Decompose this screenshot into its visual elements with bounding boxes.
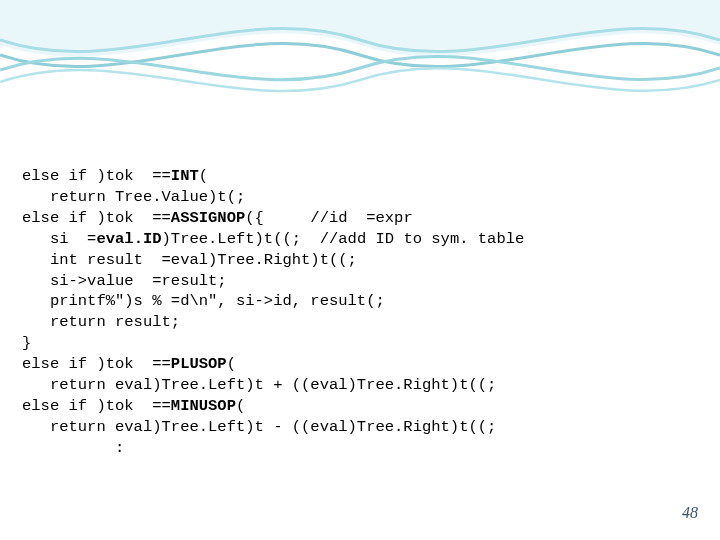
code-line: else if )tok ==ASSIGNOP({ //id =expr <box>22 209 413 227</box>
code-line: si->value =result; <box>22 272 227 290</box>
code-line: return eval)Tree.Left)t + ((eval)Tree.Ri… <box>22 376 496 394</box>
code-block: else if )tok ==INT( return Tree.Value)t(… <box>22 145 524 459</box>
code-line: : <box>22 439 124 457</box>
code-line: int result =eval)Tree.Right)t((; <box>22 251 357 269</box>
page-number: 48 <box>682 504 698 522</box>
code-line: return result; <box>22 313 180 331</box>
decorative-wave <box>0 0 720 120</box>
code-line: else if )tok ==MINUSOP( <box>22 397 245 415</box>
code-line: si =eval.ID)Tree.Left)t((; //add ID to s… <box>22 230 524 248</box>
code-line: return eval)Tree.Left)t - ((eval)Tree.Ri… <box>22 418 496 436</box>
code-line: return Tree.Value)t(; <box>22 188 245 206</box>
code-line: } <box>22 334 31 352</box>
code-line: else if )tok ==INT( <box>22 167 208 185</box>
code-line: printf%")s % =d\n", si->id, result(; <box>22 292 385 310</box>
code-line: else if )tok ==PLUSOP( <box>22 355 236 373</box>
